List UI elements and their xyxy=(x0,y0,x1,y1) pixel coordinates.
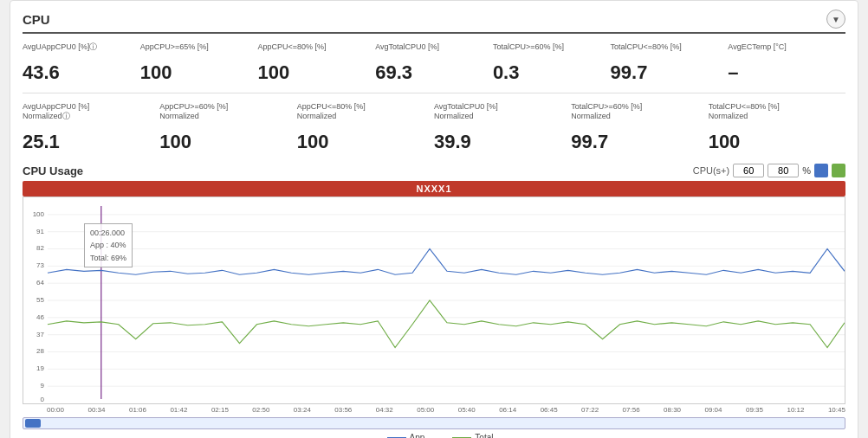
metric-bottom-label-2: AppCPU<=80% [%]Normalized xyxy=(297,100,434,124)
x-label-6: 03:24 xyxy=(294,406,311,414)
chart-legend: — App — Total xyxy=(23,433,845,438)
metric-bottom-value-text-5: 100 xyxy=(709,131,741,153)
metric-top-value-5: 99.7 xyxy=(611,58,729,86)
cpu-input-2[interactable] xyxy=(768,164,799,177)
metric-top-label-text-4: TotalCPU>=60% [%] xyxy=(493,42,564,53)
metric-top-value-3: 69.3 xyxy=(375,58,493,86)
metric-top-value-text-6: – xyxy=(728,61,738,84)
svg-text:19: 19 xyxy=(36,364,44,372)
metric-bottom-value-text-2: 100 xyxy=(297,131,329,153)
cpu-label: CPU(s+) xyxy=(693,165,729,176)
metric-bottom-label-text-2: AppCPU<=80% [%]Normalized xyxy=(297,102,366,122)
panel-dropdown-button[interactable]: ▼ xyxy=(826,10,845,29)
x-label-17: 09:35 xyxy=(746,406,763,414)
metric-top-label-0: AvgUAppCPU0 [%]ⓘ xyxy=(23,41,140,55)
metric-bottom-label-text-3: AvgTotalCPU0 [%]Normalized xyxy=(434,102,498,122)
metric-bottom-value-text-1: 100 xyxy=(159,131,191,153)
panel-title: CPU xyxy=(23,12,50,27)
x-axis: 00:0000:3401:0601:4202:1502:5003:2403:56… xyxy=(23,404,845,415)
svg-text:55: 55 xyxy=(36,296,44,304)
metric-top-value-6: – xyxy=(728,58,845,86)
metric-bottom-value-0: 25.1 xyxy=(23,127,159,155)
x-label-15: 08:30 xyxy=(664,406,681,414)
metric-bottom-value-4: 99.7 xyxy=(571,127,708,155)
metric-top-value-text-5: 99.7 xyxy=(611,61,648,84)
scroll-handle[interactable] xyxy=(25,419,41,428)
metric-top-label-text-3: AvgTotalCPU0 [%] xyxy=(375,42,439,53)
metric-bottom-value-text-0: 25.1 xyxy=(23,131,60,153)
metric-top-label-4: TotalCPU>=60% [%] xyxy=(493,41,611,55)
legend-total-label: Total xyxy=(475,433,493,438)
metrics-top-values: 43.610010069.30.399.7– xyxy=(23,58,845,86)
svg-text:28: 28 xyxy=(36,348,44,356)
x-label-1: 00:34 xyxy=(87,406,105,414)
svg-text:9: 9 xyxy=(41,382,45,390)
chart-icon-blue[interactable] xyxy=(814,164,828,177)
svg-text:91: 91 xyxy=(36,228,44,235)
metric-top-label-text-1: AppCPU>=65% [%] xyxy=(140,42,209,53)
x-label-14: 07:56 xyxy=(623,406,640,414)
chart-container: 00:26.000 App : 40% Total: 69% 100 xyxy=(23,196,845,404)
metric-top-value-text-0: 43.6 xyxy=(23,61,60,84)
metric-top-value-1: 100 xyxy=(140,58,258,86)
metrics-bottom-labels: AvgUAppCPU0 [%]NormalizedⓘAppCPU>=60% [%… xyxy=(23,100,845,124)
metric-bottom-value-5: 100 xyxy=(709,127,845,155)
x-label-11: 06:14 xyxy=(499,406,516,414)
x-label-7: 03:56 xyxy=(334,406,352,414)
svg-text:64: 64 xyxy=(36,279,44,287)
chart-icon-green[interactable] xyxy=(832,164,845,177)
metric-top-value-text-4: 0.3 xyxy=(493,61,520,84)
x-label-9: 05:00 xyxy=(417,406,434,414)
metric-bottom-label-1: AppCPU>=60% [%]Normalized xyxy=(159,100,296,124)
x-label-16: 09:04 xyxy=(705,406,722,414)
chart-title: CPU Usage xyxy=(23,164,83,177)
alert-bar: NXXX1 xyxy=(23,181,845,196)
svg-text:46: 46 xyxy=(36,313,44,321)
metrics-divider xyxy=(23,93,845,93)
x-label-10: 05:40 xyxy=(458,406,476,414)
metric-top-value-2: 100 xyxy=(257,58,375,86)
metric-top-value-text-2: 100 xyxy=(257,61,289,84)
chevron-down-icon: ▼ xyxy=(832,15,840,24)
metric-bottom-label-4: TotalCPU>=60% [%]Normalized xyxy=(571,100,708,124)
metrics-bottom-values: 25.110010039.999.7100 xyxy=(23,127,845,155)
metric-top-label-1: AppCPU>=65% [%] xyxy=(140,41,258,55)
pct-label: % xyxy=(802,165,811,176)
metrics-top-labels: AvgUAppCPU0 [%]ⓘAppCPU>=65% [%]AppCPU<=8… xyxy=(23,41,845,55)
metrics-section: AvgUAppCPU0 [%]ⓘAppCPU>=65% [%]AppCPU<=8… xyxy=(23,41,845,155)
x-label-19: 10:45 xyxy=(828,406,845,414)
metric-bottom-label-3: AvgTotalCPU0 [%]Normalized xyxy=(434,100,571,124)
x-label-12: 06:45 xyxy=(541,406,558,414)
svg-text:82: 82 xyxy=(36,245,44,253)
x-label-5: 02:50 xyxy=(252,406,269,414)
metric-top-value-0: 43.6 xyxy=(23,58,140,86)
scrollbar[interactable] xyxy=(23,417,845,429)
x-label-0: 00:00 xyxy=(47,406,64,414)
metric-bottom-value-1: 100 xyxy=(159,127,296,155)
metric-top-label-text-0: AvgUAppCPU0 [%]ⓘ xyxy=(23,42,97,53)
x-label-3: 01:42 xyxy=(170,406,187,414)
total-cpu-line xyxy=(48,300,845,348)
metric-top-label-2: AppCPU<=80% [%] xyxy=(257,41,375,55)
legend-app: — App xyxy=(375,433,425,438)
metric-bottom-value-text-4: 99.7 xyxy=(571,131,608,153)
metric-bottom-label-0: AvgUAppCPU0 [%]Normalizedⓘ xyxy=(23,100,159,124)
metric-bottom-label-text-0: AvgUAppCPU0 [%]Normalizedⓘ xyxy=(23,102,89,122)
panel-header: CPU ▼ xyxy=(23,10,845,34)
metric-bottom-value-3: 39.9 xyxy=(434,127,571,155)
cpu-input-1[interactable] xyxy=(733,164,764,177)
legend-app-label: App xyxy=(410,433,425,438)
metric-top-label-3: AvgTotalCPU0 [%] xyxy=(375,41,493,55)
metric-top-value-text-1: 100 xyxy=(140,61,172,84)
x-label-2: 01:06 xyxy=(129,406,146,414)
legend-total: — Total xyxy=(440,433,493,438)
chart-header: CPU Usage CPU(s+) % xyxy=(23,164,845,177)
x-label-18: 10:12 xyxy=(787,406,804,414)
x-label-4: 02:15 xyxy=(211,406,229,414)
metric-top-label-6: AvgECTemp [°C] xyxy=(728,41,845,55)
chart-controls: CPU(s+) % xyxy=(693,164,845,177)
metric-bottom-label-5: TotalCPU<=80% [%]Normalized xyxy=(709,100,845,124)
metric-top-label-text-2: AppCPU<=80% [%] xyxy=(257,42,326,53)
metric-top-value-4: 0.3 xyxy=(493,58,611,86)
svg-text:100: 100 xyxy=(33,210,45,218)
